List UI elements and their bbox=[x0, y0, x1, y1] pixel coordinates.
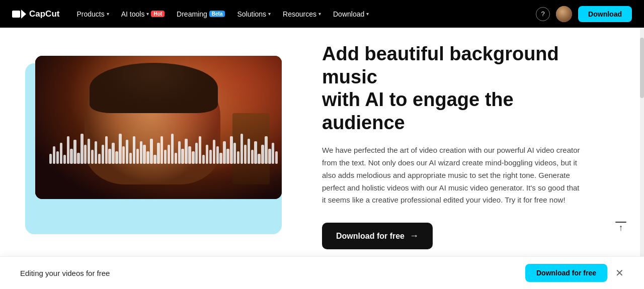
nav-download-button[interactable]: Download bbox=[578, 6, 632, 22]
hero-title: Add beautiful background music with AI t… bbox=[322, 43, 584, 134]
products-chevron: ▾ bbox=[107, 11, 109, 17]
scrollbar-thumb bbox=[640, 38, 644, 98]
solutions-label: Solutions bbox=[237, 10, 266, 18]
back-to-top-button[interactable]: ↑ bbox=[610, 217, 632, 239]
download-nav-label: Download bbox=[333, 10, 364, 18]
navbar: CapCut Products ▾ AI tools ▾ Hot Dreamin… bbox=[0, 0, 644, 28]
help-icon[interactable]: ? bbox=[536, 7, 550, 21]
hero-download-label: Download for free bbox=[336, 232, 405, 241]
resources-chevron: ▾ bbox=[318, 11, 321, 17]
close-icon[interactable]: ✕ bbox=[615, 267, 624, 279]
hero-description: We have perfected the art of video creat… bbox=[322, 144, 584, 207]
hero-title-line2: with AI to engage the audience bbox=[322, 89, 514, 133]
main-content: Add beautiful background music with AI t… bbox=[0, 28, 644, 264]
beta-badge: Beta bbox=[209, 11, 225, 17]
nav-item-products[interactable]: Products ▾ bbox=[71, 7, 114, 21]
logo[interactable]: CapCut bbox=[12, 9, 59, 20]
nav-item-ai-tools[interactable]: AI tools ▾ Hot bbox=[116, 7, 170, 21]
products-label: Products bbox=[76, 10, 104, 18]
nav-items: Products ▾ AI tools ▾ Hot Dreaming Beta … bbox=[71, 7, 532, 21]
ai-tools-label: AI tools bbox=[121, 10, 145, 18]
guitar bbox=[232, 113, 270, 185]
resources-label: Resources bbox=[283, 10, 316, 18]
scrollbar[interactable] bbox=[640, 28, 644, 259]
bottom-download-button[interactable]: Download for free bbox=[525, 264, 607, 282]
back-to-top-arrow-icon: ↑ bbox=[619, 223, 623, 233]
hot-badge: Hot bbox=[151, 11, 165, 17]
ai-tools-chevron: ▾ bbox=[146, 11, 149, 17]
hero-title-line1: Add beautiful background music bbox=[322, 43, 559, 87]
solutions-chevron: ▾ bbox=[268, 11, 271, 17]
nav-item-dreaming[interactable]: Dreaming Beta bbox=[172, 7, 230, 21]
avatar-image bbox=[556, 6, 572, 22]
bottom-bar-text: Editing your videos for free bbox=[20, 269, 110, 277]
bottom-bar: Editing your videos for free Download fo… bbox=[0, 256, 644, 289]
video-thumbnail[interactable] bbox=[35, 56, 282, 199]
hero-download-button[interactable]: Download for free → bbox=[322, 223, 433, 249]
video-person-image bbox=[35, 56, 282, 199]
nav-item-solutions[interactable]: Solutions ▾ bbox=[232, 7, 276, 21]
arrow-icon: → bbox=[410, 231, 419, 241]
bottom-bar-right: Download for free ✕ bbox=[525, 264, 624, 282]
svg-rect-0 bbox=[12, 11, 20, 18]
dreaming-label: Dreaming bbox=[177, 10, 207, 18]
text-content: Add beautiful background music with AI t… bbox=[322, 43, 584, 249]
video-card bbox=[30, 56, 292, 237]
avatar[interactable] bbox=[556, 6, 572, 22]
download-chevron: ▾ bbox=[366, 11, 369, 17]
nav-item-download[interactable]: Download ▾ bbox=[328, 7, 374, 21]
nav-right: ? Download bbox=[536, 6, 632, 22]
nav-item-resources[interactable]: Resources ▾ bbox=[278, 7, 326, 21]
logo-text: CapCut bbox=[29, 9, 59, 19]
svg-marker-1 bbox=[21, 10, 26, 19]
